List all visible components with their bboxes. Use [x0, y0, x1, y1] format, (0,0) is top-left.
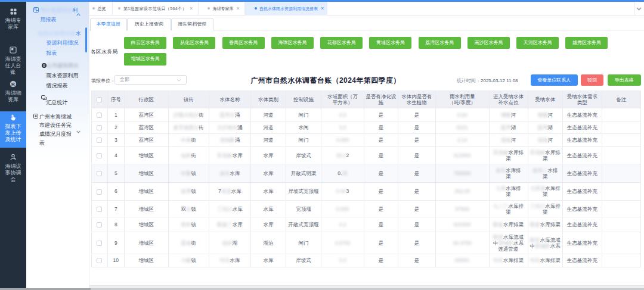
svg-text:B: B	[43, 64, 45, 67]
svg-text:R: R	[11, 82, 15, 87]
